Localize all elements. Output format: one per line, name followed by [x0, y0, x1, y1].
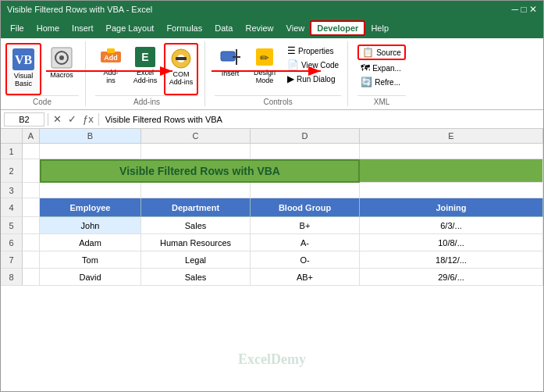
cell-e1[interactable] [360, 144, 543, 159]
cell-c3[interactable] [141, 183, 251, 198]
cell-e6[interactable]: 10/8/... [360, 234, 543, 251]
row-num-8: 8 [1, 269, 23, 286]
cell-a2[interactable] [23, 159, 40, 183]
cell-c5[interactable]: Sales [141, 217, 251, 234]
cell-a6[interactable] [23, 234, 40, 251]
visual-basic-button[interactable]: VB VisualBasic [5, 43, 41, 95]
cell-d3[interactable] [251, 183, 360, 198]
cell-e7[interactable]: 18/12/... [360, 251, 543, 269]
add-ins-button[interactable]: Add Add-ins [95, 43, 126, 95]
cell-d5[interactable]: B+ [251, 217, 360, 234]
cell-b7[interactable]: Tom [40, 251, 141, 269]
cell-e2[interactable] [360, 159, 543, 183]
menu-file[interactable]: File [4, 21, 30, 35]
col-header-b[interactable]: B [40, 129, 141, 143]
svg-text:VB: VB [15, 53, 33, 66]
menu-data[interactable]: Data [208, 21, 239, 35]
source-icon: 📋 [362, 47, 374, 58]
cell-b1[interactable] [40, 144, 141, 159]
excel-add-ins-button[interactable]: E ExcelAdd-ins [130, 43, 161, 95]
menu-help[interactable]: Help [364, 21, 395, 35]
menu-page-layout[interactable]: Page Layout [100, 21, 161, 35]
app-title: Visible Filtered Rows with VBA - Excel [7, 5, 152, 14]
run-dialog-label: Run Dialog [297, 75, 335, 84]
com-add-ins-icon [169, 46, 194, 71]
col-header-a: A [23, 129, 40, 143]
cell-e8[interactable]: 29/6/... [360, 269, 543, 286]
corner-cell [1, 129, 23, 143]
refresh-button[interactable]: 🔄 Refre... [357, 76, 406, 88]
title-text: Visible Filtered Rows with VBA [119, 165, 280, 177]
cell-b5[interactable]: John [40, 217, 141, 234]
formula-divider [48, 113, 48, 126]
view-code-button[interactable]: 📄 View Code [285, 59, 341, 71]
insert-function-icon[interactable]: ƒx [81, 113, 95, 125]
cell-d7[interactable]: O- [251, 251, 360, 269]
insert-control-button[interactable]: Insert [215, 43, 246, 95]
table-row: 5 John Sales B+ 6/3/... [1, 217, 543, 234]
row-num-6: 6 [1, 234, 23, 251]
cell-e4-joining[interactable]: Joining [360, 198, 543, 217]
run-dialog-button[interactable]: ▶ Run Dialog [285, 73, 341, 85]
cell-d6[interactable]: A- [251, 234, 360, 251]
menu-formulas[interactable]: Formulas [160, 21, 208, 35]
row-num-1: 1 [1, 144, 23, 159]
design-mode-button[interactable]: ✏ DesignMode [249, 43, 280, 95]
cell-c7[interactable]: Legal [141, 251, 251, 269]
cell-c1[interactable] [141, 144, 251, 159]
cell-b4-employee[interactable]: Employee [40, 198, 141, 217]
macros-label: Macros [50, 71, 73, 79]
cell-b3[interactable] [40, 183, 141, 198]
col-header-d: D [251, 129, 360, 143]
macros-icon [48, 45, 75, 71]
cell-e3[interactable] [360, 183, 543, 198]
ribbon-content: VB VisualBasic Macros [1, 38, 543, 110]
formula-input[interactable] [102, 115, 540, 124]
row-num-7: 7 [1, 251, 23, 269]
properties-icon: ☰ [287, 45, 296, 56]
title-cell[interactable]: Visible Filtered Rows with VBA [40, 159, 360, 183]
cell-c4-department[interactable]: Department [141, 198, 251, 217]
title-bar: Visible Filtered Rows with VBA - Excel ─… [1, 1, 543, 18]
cell-e5[interactable]: 6/3/... [360, 217, 543, 234]
cell-c8[interactable]: Sales [141, 269, 251, 286]
run-dialog-icon: ▶ [287, 73, 294, 84]
row-num-2: 2 [1, 159, 23, 183]
source-label: Source [376, 48, 401, 57]
controls-group-label: Controls [215, 95, 341, 106]
macros-button[interactable]: Macros [44, 43, 79, 95]
menu-home[interactable]: Home [30, 21, 66, 35]
svg-point-4 [59, 55, 64, 60]
expand-button[interactable]: 🗺 Expan... [357, 62, 406, 74]
cell-b6[interactable]: Adam [40, 234, 141, 251]
menu-view[interactable]: View [280, 21, 311, 35]
cell-a4[interactable] [23, 198, 40, 217]
cell-a7[interactable] [23, 251, 40, 269]
cell-c6[interactable]: Human Resources [141, 234, 251, 251]
cancel-formula-icon[interactable]: ✕ [52, 113, 63, 125]
cell-d4-bloodgroup[interactable]: Blood Group [251, 198, 360, 217]
svg-text:Add: Add [104, 54, 118, 62]
col-header-c: C [141, 129, 251, 143]
menu-developer[interactable]: Developer [311, 21, 364, 35]
cell-a8[interactable] [23, 269, 40, 286]
menu-bar: File Home Insert Page Layout Formulas Da… [1, 18, 543, 38]
properties-button[interactable]: ☰ Properties [285, 45, 341, 57]
formula-bar: ✕ ✓ ƒx [1, 110, 543, 129]
source-button[interactable]: 📋 Source [357, 45, 406, 60]
cell-a3[interactable] [23, 183, 40, 198]
cell-a5[interactable] [23, 217, 40, 234]
menu-review[interactable]: Review [239, 21, 279, 35]
com-add-ins-button[interactable]: COMAdd-ins [164, 43, 198, 95]
cell-ref-input[interactable] [4, 112, 44, 127]
svg-text:E: E [141, 51, 148, 63]
cell-d1[interactable] [251, 144, 360, 159]
menu-insert[interactable]: Insert [66, 21, 100, 35]
svg-rect-12 [176, 57, 187, 60]
cell-d8[interactable]: AB+ [251, 269, 360, 286]
xml-group-label: XML [357, 95, 406, 106]
confirm-formula-icon[interactable]: ✓ [66, 113, 78, 125]
cell-b8[interactable]: David [40, 269, 141, 286]
row-num-3: 3 [1, 183, 23, 198]
cell-a1[interactable] [23, 144, 40, 159]
